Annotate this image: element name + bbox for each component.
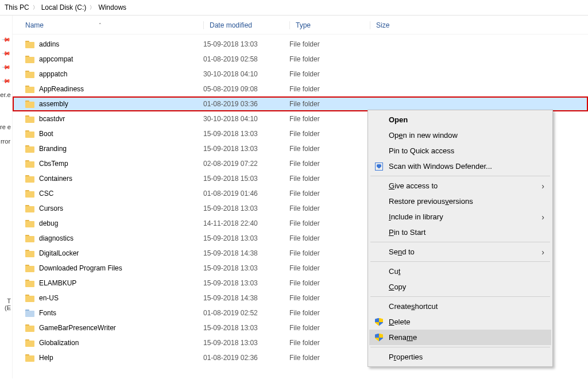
file-date: 15-09-2018 14:38 bbox=[203, 249, 289, 257]
pin-icon: 📌 bbox=[1, 48, 10, 57]
file-name: CSC bbox=[39, 190, 53, 198]
table-row[interactable]: apppatch30-10-2018 04:10File folder bbox=[13, 67, 588, 82]
menu-pin-start[interactable]: Pin to Start bbox=[369, 225, 551, 240]
defender-icon bbox=[374, 161, 384, 172]
column-name[interactable]: Name ˄ bbox=[25, 21, 203, 29]
folder-icon bbox=[25, 115, 34, 123]
file-date: 15-09-2018 13:03 bbox=[203, 339, 289, 347]
folder-icon bbox=[25, 220, 34, 227]
file-name: apppatch bbox=[39, 70, 67, 78]
column-size[interactable]: Size bbox=[370, 21, 427, 29]
folder-icon bbox=[25, 86, 34, 93]
file-date: 01-08-2019 01:46 bbox=[203, 190, 289, 198]
file-name: addins bbox=[39, 40, 59, 48]
file-date: 01-08-2019 03:36 bbox=[203, 100, 289, 108]
file-name: appcompat bbox=[39, 55, 73, 63]
menu-send-to[interactable]: Send to› bbox=[369, 244, 551, 260]
file-type: File folder bbox=[289, 130, 370, 138]
menu-rename[interactable]: Rename bbox=[369, 330, 551, 345]
file-type: File folder bbox=[289, 55, 370, 63]
menu-create-shortcut[interactable]: Create shortcut bbox=[369, 299, 551, 314]
menu-scan-defender[interactable]: Scan with Windows Defender... bbox=[369, 158, 551, 174]
table-row[interactable]: AppReadiness05-08-2019 09:08File folder bbox=[13, 82, 588, 96]
file-name: GameBarPresenceWriter bbox=[39, 324, 116, 332]
chevron-right-icon: › bbox=[541, 212, 544, 222]
file-type: File folder bbox=[289, 294, 370, 302]
file-date: 05-08-2019 09:08 bbox=[203, 85, 289, 93]
file-name: Downloaded Program Files bbox=[39, 264, 122, 272]
menu-separator bbox=[370, 176, 550, 176]
menu-separator bbox=[370, 347, 550, 347]
file-date: 15-09-2018 13:03 bbox=[203, 324, 289, 332]
file-type: File folder bbox=[289, 160, 370, 168]
pin-icon: 📌 bbox=[1, 76, 10, 85]
file-name: Fonts bbox=[39, 309, 56, 317]
crumb-this-pc[interactable]: This PC bbox=[5, 3, 29, 11]
file-date: 30-10-2018 04:10 bbox=[203, 115, 289, 123]
folder-icon bbox=[25, 265, 34, 272]
folder-icon bbox=[25, 250, 34, 257]
column-headers[interactable]: Name ˄ Date modified Type Size bbox=[13, 16, 588, 34]
column-date[interactable]: Date modified bbox=[203, 21, 289, 29]
menu-separator bbox=[370, 296, 550, 297]
breadcrumb[interactable]: This PC 〉 Local Disk (C:) 〉 Windows bbox=[0, 0, 588, 16]
file-type: File folder bbox=[289, 70, 370, 78]
folder-icon bbox=[25, 339, 34, 347]
folder-icon bbox=[25, 235, 34, 242]
file-type: File folder bbox=[289, 324, 370, 332]
menu-pin-quick[interactable]: Pin to Quick access bbox=[369, 143, 551, 158]
menu-include-library[interactable]: Include in library› bbox=[369, 209, 551, 225]
file-type: File folder bbox=[289, 85, 370, 93]
shield-icon bbox=[374, 317, 384, 327]
file-name: Help bbox=[39, 354, 53, 362]
context-menu: Open Open in new window Pin to Quick acc… bbox=[368, 110, 553, 367]
file-type: File folder bbox=[289, 190, 370, 198]
file-name: en-US bbox=[39, 294, 59, 302]
folder-icon bbox=[25, 56, 34, 63]
menu-copy[interactable]: Copy bbox=[369, 279, 551, 295]
menu-open-new-window[interactable]: Open in new window bbox=[369, 127, 551, 143]
column-type[interactable]: Type bbox=[289, 21, 370, 29]
folder-icon bbox=[25, 130, 34, 138]
file-date: 15-09-2018 15:03 bbox=[203, 175, 289, 183]
file-type: File folder bbox=[289, 249, 370, 257]
pin-icon: 📌 bbox=[1, 62, 10, 71]
file-date: 15-09-2018 13:03 bbox=[203, 234, 289, 242]
menu-properties[interactable]: Properties bbox=[369, 349, 551, 365]
chevron-right-icon: › bbox=[541, 247, 544, 257]
menu-separator bbox=[370, 261, 550, 262]
folder-icon bbox=[25, 354, 34, 362]
folder-icon bbox=[25, 295, 34, 302]
folder-icon bbox=[25, 280, 34, 287]
folder-icon bbox=[25, 100, 34, 108]
file-type: File folder bbox=[289, 234, 370, 242]
file-type: File folder bbox=[289, 354, 370, 362]
table-row[interactable]: appcompat01-08-2019 02:58File folder bbox=[13, 52, 588, 67]
file-date: 30-10-2018 04:10 bbox=[203, 70, 289, 78]
chevron-right-icon: › bbox=[541, 181, 544, 191]
folder-icon bbox=[25, 71, 34, 78]
file-date: 15-09-2018 13:03 bbox=[203, 130, 289, 138]
menu-delete[interactable]: Delete bbox=[369, 314, 551, 330]
sort-ascending-icon: ˄ bbox=[99, 22, 102, 28]
folder-icon bbox=[25, 145, 34, 153]
menu-open[interactable]: Open bbox=[369, 112, 551, 127]
menu-restore-versions[interactable]: Restore previous versions bbox=[369, 194, 551, 209]
file-name: bcastdvr bbox=[39, 115, 65, 123]
file-type: File folder bbox=[289, 40, 370, 48]
folder-icon bbox=[25, 324, 34, 332]
menu-cut[interactable]: Cut bbox=[369, 264, 551, 279]
folder-icon bbox=[25, 310, 34, 317]
file-type: File folder bbox=[289, 264, 370, 272]
table-row[interactable]: addins15-09-2018 13:03File folder bbox=[13, 37, 588, 52]
crumb-drive[interactable]: Local Disk (C:) bbox=[41, 3, 87, 11]
file-date: 15-09-2018 13:03 bbox=[203, 145, 289, 153]
crumb-folder[interactable]: Windows bbox=[98, 3, 126, 11]
file-date: 15-09-2018 13:03 bbox=[203, 204, 289, 212]
menu-give-access[interactable]: Give access to› bbox=[369, 178, 551, 194]
file-type: File folder bbox=[289, 115, 370, 123]
file-type: File folder bbox=[289, 339, 370, 347]
file-name: ELAMBKUP bbox=[39, 279, 76, 287]
file-name: assembly bbox=[39, 100, 68, 108]
folder-icon bbox=[25, 190, 34, 198]
